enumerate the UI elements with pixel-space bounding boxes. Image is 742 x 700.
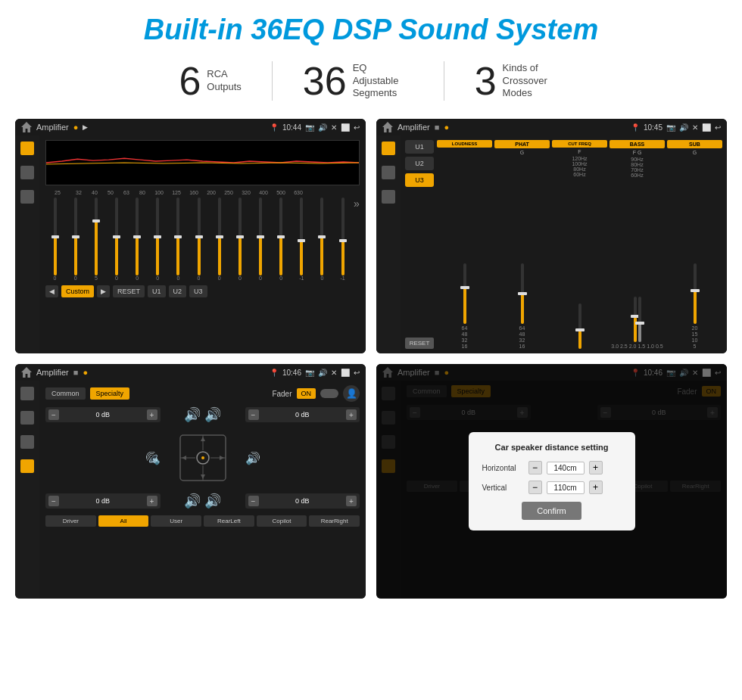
dialog-v-plus[interactable]: +: [589, 481, 603, 494]
ch-cutfreq: CUT FREQ F 120Hz 100Hz 80Hz 60Hz: [552, 140, 607, 349]
crossover-reset-btn[interactable]: RESET: [405, 338, 434, 349]
settings-icon: 👤: [346, 388, 357, 399]
vol-br-plus[interactable]: +: [346, 496, 357, 506]
fader-on-btn[interactable]: ON: [297, 388, 316, 399]
sidebar-2-wave-icon[interactable]: [382, 166, 395, 179]
eq-custom-btn[interactable]: Custom: [61, 285, 94, 297]
sidebar-3-fader-icon[interactable]: [20, 459, 34, 473]
dialog-overlay: Car speaker distance setting Horizontal …: [376, 364, 727, 599]
home-icon[interactable]: [21, 122, 32, 132]
speaker-bot-icon: 🔊: [184, 493, 201, 509]
nav-copilot[interactable]: Copilot: [257, 515, 307, 527]
dialog-h-plus[interactable]: +: [589, 461, 603, 474]
eq-slider-12[interactable]: -1: [292, 198, 311, 281]
sidebar-3-speaker-icon[interactable]: [20, 435, 34, 449]
topbar-1: Amplifier ● ▶ 📍 10:44 📷 🔊 ✕ ⬜ ↩: [15, 119, 366, 135]
tab-specialty[interactable]: Specialty: [90, 387, 130, 400]
sidebar-speaker-icon[interactable]: [20, 190, 34, 204]
confirm-button[interactable]: Confirm: [522, 502, 581, 520]
vol-bl-plus[interactable]: +: [147, 496, 157, 506]
eq-slider-14[interactable]: -1: [333, 198, 352, 281]
preset-u3[interactable]: U3: [405, 173, 434, 187]
eq-slider-0[interactable]: 0: [45, 198, 64, 281]
nav-driver[interactable]: Driver: [45, 515, 96, 527]
screenshots-grid: Amplifier ● ▶ 📍 10:44 📷 🔊 ✕ ⬜ ↩: [0, 113, 742, 611]
nav-rearright[interactable]: RearRight: [309, 515, 360, 527]
ch-loudness: LOUDNESS 64 48 32 16: [437, 140, 492, 349]
sidebar-2-eq-icon[interactable]: [382, 142, 395, 155]
dialog-v-minus[interactable]: −: [528, 481, 542, 494]
vol-br-value: 0 dB: [261, 497, 344, 505]
fader-settings-btn[interactable]: 👤: [343, 385, 360, 402]
topbar-3-time: 10:46: [282, 369, 301, 377]
vol-br-minus[interactable]: −: [248, 496, 259, 506]
vol-bl-minus[interactable]: −: [48, 496, 59, 506]
ch-cutfreq-on[interactable]: CUT FREQ: [552, 140, 607, 148]
vol-bl-value: 0 dB: [61, 497, 145, 505]
eq-slider-5[interactable]: 0: [148, 198, 167, 281]
eq-next-btn[interactable]: ▶: [97, 285, 110, 297]
eq-slider-8[interactable]: 0: [210, 198, 229, 281]
nav-rearleft[interactable]: RearLeft: [204, 515, 254, 527]
speaker-bottom: 🔊 🔊: [165, 493, 241, 509]
ch-cutfreq-slider[interactable]: [552, 179, 607, 349]
topbar-3-x[interactable]: ✕: [331, 369, 337, 377]
ch-sub-on[interactable]: SUB: [667, 140, 722, 148]
eq-u3-btn[interactable]: U3: [189, 285, 207, 297]
fader-toggle[interactable]: [320, 389, 338, 398]
eq-slider-7[interactable]: 0: [189, 198, 208, 281]
screen-3-content: Common Specialty Fader ON 👤 − 0 dB +: [15, 381, 366, 599]
topbar-2-right: 📍 10:45 📷 🔊 ✕ ⬜ ↩: [631, 123, 721, 132]
eq-u1-btn[interactable]: U1: [148, 285, 166, 297]
eq-slider-13[interactable]: 0: [313, 198, 332, 281]
preset-col: U1 U2 U3 RESET: [405, 140, 434, 349]
sidebar-3-eq-icon[interactable]: [20, 387, 34, 400]
more-arrow[interactable]: »: [354, 198, 360, 281]
sidebar-eq-icon[interactable]: [20, 142, 34, 155]
topbar-2-vol: 🔊: [679, 123, 688, 132]
ch-phat-values: 64 48 32 16: [519, 325, 525, 349]
topbar-1-back[interactable]: ↩: [354, 123, 360, 132]
vol-tr-minus[interactable]: −: [248, 409, 259, 420]
sidebar-2-speaker-icon[interactable]: [382, 190, 395, 204]
ch-phat: PHAT G 64 48 32 16: [494, 140, 550, 349]
eq-slider-9[interactable]: 0: [230, 198, 249, 281]
vol-tl-minus[interactable]: −: [48, 409, 59, 420]
preset-u2[interactable]: U2: [405, 157, 434, 170]
vol-tl-plus[interactable]: +: [147, 409, 157, 420]
speaker-left-icon: 🔊: [145, 451, 161, 465]
topbar-1-x[interactable]: ✕: [331, 123, 337, 132]
nav-all[interactable]: All: [98, 515, 149, 527]
eq-prev-btn[interactable]: ◀: [45, 285, 58, 297]
home-icon-3[interactable]: [21, 367, 32, 378]
eq-reset-btn[interactable]: RESET: [113, 285, 145, 297]
stat-eq-number: 36: [303, 61, 347, 101]
eq-slider-2[interactable]: 5: [86, 198, 105, 281]
dialog-h-minus[interactable]: −: [528, 461, 542, 474]
eq-slider-3[interactable]: 0: [107, 198, 126, 281]
topbar-3-title: Amplifier: [36, 368, 69, 377]
vol-tr-plus[interactable]: +: [346, 409, 357, 420]
preset-u1[interactable]: U1: [405, 140, 434, 154]
sidebar-3-wave-icon[interactable]: [20, 411, 34, 425]
eq-slider-1[interactable]: 0: [66, 198, 85, 281]
eq-slider-10[interactable]: 0: [251, 198, 270, 281]
sidebar-wave-icon[interactable]: [20, 166, 34, 179]
tab-common[interactable]: Common: [45, 387, 86, 400]
eq-u2-btn[interactable]: U2: [169, 285, 187, 297]
eq-slider-4[interactable]: 0: [128, 198, 147, 281]
eq-slider-11[interactable]: 0: [272, 198, 291, 281]
ch-bass-sliders[interactable]: [610, 179, 665, 342]
ch-sub-slider[interactable]: [667, 157, 722, 324]
ch-phat-slider[interactable]: [494, 157, 550, 324]
eq-slider-6[interactable]: 0: [169, 198, 188, 281]
home-icon-2[interactable]: [382, 122, 393, 132]
ch-phat-on[interactable]: PHAT: [494, 140, 550, 148]
ch-loudness-on[interactable]: LOUDNESS: [437, 140, 492, 148]
topbar-3-back[interactable]: ↩: [354, 369, 360, 377]
topbar-2-x[interactable]: ✕: [692, 123, 698, 132]
ch-loudness-slider[interactable]: [437, 149, 492, 324]
nav-user[interactable]: User: [151, 515, 201, 527]
topbar-2-back[interactable]: ↩: [715, 123, 721, 132]
ch-bass-on[interactable]: BASS: [610, 140, 665, 148]
